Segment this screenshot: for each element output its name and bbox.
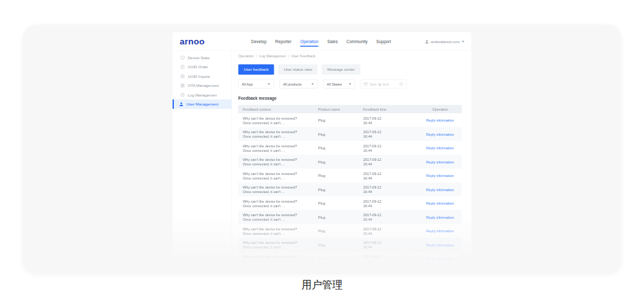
feedback-content-cell: Why can't the device be removed?Once con… bbox=[238, 129, 314, 138]
nav-sales[interactable]: Sales bbox=[327, 37, 337, 46]
product-name-cell: Plug bbox=[314, 229, 359, 233]
sidebar-item-ota-management[interactable]: OTA Management bbox=[173, 81, 232, 91]
product-name-cell: Plug bbox=[314, 132, 359, 136]
feedback-time-cell: 2017-09-1216:44 bbox=[359, 254, 419, 263]
reply-information-link[interactable]: Reply information bbox=[426, 229, 454, 233]
account-email: andrewlarson.com bbox=[431, 40, 460, 44]
reply-information-link[interactable]: Reply information bbox=[426, 243, 454, 246]
page-button[interactable]: 5 bbox=[345, 269, 351, 272]
state-filter-value: All States bbox=[327, 82, 342, 86]
breadcrumb-log-management[interactable]: Log Managemen bbox=[260, 54, 286, 58]
grid-icon bbox=[180, 83, 185, 88]
filter-bar: All App All products All States bbox=[238, 80, 465, 89]
pagination: Total 10 items ‹ 12345 › Go to Confirm bbox=[238, 269, 462, 272]
product-name-cell: Plug bbox=[314, 174, 359, 178]
goto-page-input[interactable] bbox=[433, 269, 442, 272]
app-filter-value: All App bbox=[242, 82, 253, 86]
operation-cell: Reply information bbox=[419, 257, 462, 261]
date-end-placeholder: End bbox=[383, 82, 389, 86]
clock-icon bbox=[399, 82, 403, 86]
reply-information-link[interactable]: Reply information bbox=[426, 132, 454, 136]
reply-information-link[interactable]: Reply information bbox=[426, 118, 454, 122]
stage: arnoo Develop Reporter Operation Sales C… bbox=[0, 0, 644, 296]
col-feedback-time: Feedback time bbox=[359, 107, 419, 111]
user-icon bbox=[425, 39, 430, 44]
prev-page-button[interactable]: ‹ bbox=[307, 270, 309, 272]
sidebar-item-uuid-inquire[interactable]: UUID Inquire bbox=[173, 71, 232, 81]
next-page-button[interactable]: › bbox=[353, 270, 355, 272]
nav-reporter[interactable]: Reporter bbox=[275, 37, 291, 46]
nav-support[interactable]: Support bbox=[376, 37, 391, 46]
nav-develop[interactable]: Develop bbox=[251, 37, 267, 46]
breadcrumb-separator: / bbox=[256, 54, 258, 58]
table-row: Why can't the device be removed?Once con… bbox=[238, 210, 462, 225]
table-row: Why can't the device be removed?Once con… bbox=[238, 224, 462, 238]
reply-information-link[interactable]: Reply information bbox=[426, 201, 454, 205]
sidebar-item-device-state[interactable]: Device State bbox=[173, 53, 232, 62]
operation-cell: Reply information bbox=[419, 243, 462, 246]
reply-information-link[interactable]: Reply information bbox=[426, 257, 454, 261]
pagination-goto: Go to Confirm bbox=[424, 269, 462, 272]
page-button[interactable]: 1 bbox=[311, 269, 317, 272]
product-name-cell: Plug bbox=[314, 201, 359, 205]
feedback-content-cell: Why can't the device be removed?Once con… bbox=[238, 171, 314, 180]
operation-cell: Reply information bbox=[419, 229, 462, 233]
reply-information-link[interactable]: Reply information bbox=[426, 187, 454, 191]
nav-community[interactable]: Community bbox=[346, 37, 368, 46]
sidebar-item-label: Device State bbox=[188, 55, 210, 60]
sidebar-item-label: Log Managemen bbox=[188, 93, 217, 97]
feedback-content-cell: Why can't the device be removed?Once con… bbox=[238, 185, 314, 194]
chevron-down-icon bbox=[462, 41, 464, 42]
date-range-filter[interactable]: Start to End bbox=[361, 80, 406, 89]
reply-information-link[interactable]: Reply information bbox=[426, 160, 454, 163]
chevron-down-icon bbox=[349, 83, 352, 85]
feedback-time-cell: 2017-09-1216:44 bbox=[359, 227, 419, 236]
col-operation: Operation bbox=[419, 107, 462, 111]
pagination-pages: 12345 bbox=[311, 269, 351, 272]
feedback-time-cell: 2017-09-1216:44 bbox=[359, 157, 419, 166]
state-filter-select[interactable]: All States bbox=[323, 80, 355, 89]
breadcrumb-operation[interactable]: Operation bbox=[238, 54, 254, 58]
product-filter-select[interactable]: All products bbox=[279, 80, 317, 89]
confirm-button[interactable]: Confirm bbox=[444, 269, 462, 272]
page-button[interactable]: 4 bbox=[336, 269, 343, 272]
feedback-content-cell: Why can't the device be removed?Once con… bbox=[238, 240, 314, 249]
nav-operation[interactable]: Operation bbox=[300, 37, 319, 46]
col-product-name: Product name bbox=[314, 107, 359, 111]
pagination-total: Total 10 items bbox=[238, 270, 258, 272]
feedback-time-cell: 2017-09-1216:44 bbox=[359, 240, 419, 249]
monitor-icon bbox=[180, 55, 185, 60]
feedback-table-body: Why can't the device be removed?Once con… bbox=[238, 113, 462, 266]
feedback-table: Feedback content Product name Feedback t… bbox=[238, 105, 462, 266]
reply-information-link[interactable]: Reply information bbox=[426, 215, 454, 219]
reply-information-link[interactable]: Reply information bbox=[426, 174, 454, 178]
sidebar-item-user-management[interactable]: User Management bbox=[173, 100, 232, 109]
reply-information-link[interactable]: Reply information bbox=[426, 146, 454, 150]
table-row: Why can't the device be removed?Once con… bbox=[238, 252, 462, 266]
page-button[interactable]: 2 bbox=[319, 269, 326, 272]
feedback-time-cell: 2017-09-1216:44 bbox=[359, 116, 419, 125]
calendar-icon bbox=[364, 82, 368, 86]
sidebar-item-uuid-order[interactable]: UUID Order bbox=[173, 62, 232, 72]
app-filter-select[interactable]: All App bbox=[238, 80, 274, 89]
sidebar-item-log-management[interactable]: Log Managemen bbox=[173, 90, 232, 100]
operation-cell: Reply information bbox=[419, 118, 462, 122]
feedback-time-cell: 2017-09-1216:44 bbox=[359, 171, 419, 180]
feedback-content-cell: Why can't the device be removed?Once con… bbox=[238, 116, 314, 125]
sidebar-item-label: OTA Management bbox=[188, 83, 219, 88]
tab-message-center[interactable]: Message center bbox=[322, 64, 361, 75]
account-menu[interactable]: andrewlarson.com bbox=[425, 32, 464, 51]
product-name-cell: Plug bbox=[314, 146, 359, 150]
page-button[interactable]: 3 bbox=[328, 269, 334, 272]
feedback-content-cell: Why can't the device be removed?Once con… bbox=[238, 157, 314, 166]
tab-user-status-view[interactable]: User status view bbox=[278, 64, 317, 75]
table-row: Why can't the device be removed?Once con… bbox=[238, 196, 462, 210]
arnoo-logo[interactable]: arnoo bbox=[180, 37, 205, 47]
product-filter-value: All products bbox=[283, 82, 302, 86]
top-nav: Develop Reporter Operation Sales Communi… bbox=[251, 32, 391, 51]
operation-cell: Reply information bbox=[419, 174, 462, 178]
table-header: Feedback content Product name Feedback t… bbox=[238, 105, 462, 113]
breadcrumb-user-feedback: User Feedback bbox=[292, 54, 316, 58]
tab-user-feedback[interactable]: User feedback bbox=[238, 64, 274, 75]
table-row: Why can't the device be removed?Once con… bbox=[238, 141, 462, 155]
